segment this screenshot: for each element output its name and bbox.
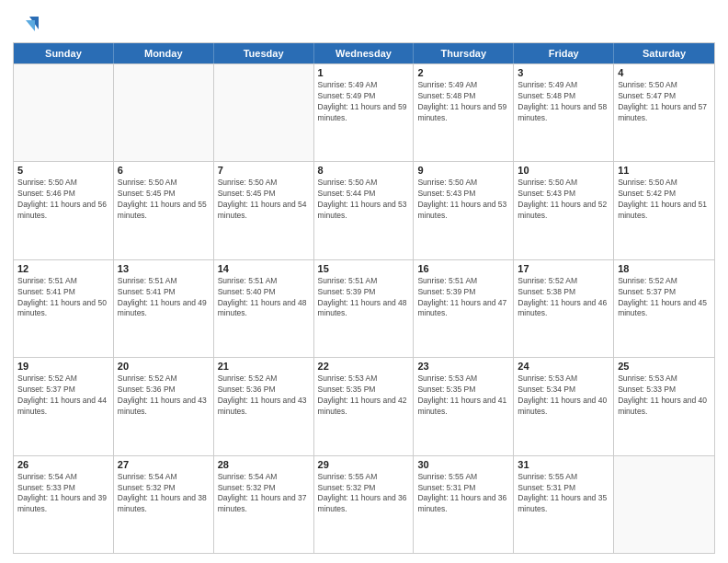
calendar-cell-3-6: 17Sunrise: 5:52 AMSunset: 5:38 PMDayligh… (514, 260, 614, 357)
calendar-cell-1-4: 1Sunrise: 5:49 AMSunset: 5:49 PMDaylight… (314, 64, 415, 161)
cell-info-20: Sunrise: 5:52 AMSunset: 5:36 PMDaylight:… (118, 373, 210, 418)
cell-date-19: 19 (17, 361, 109, 372)
cell-date-18: 18 (618, 263, 711, 274)
header-cell-saturday: Saturday (614, 43, 714, 63)
cell-date-29: 29 (318, 459, 410, 470)
cell-info-15: Sunrise: 5:51 AMSunset: 5:39 PMDaylight:… (318, 276, 410, 320)
header-cell-thursday: Thursday (414, 43, 514, 63)
cell-info-6: Sunrise: 5:50 AMSunset: 5:45 PMDaylight:… (118, 178, 210, 222)
cell-info-30: Sunrise: 5:55 AMSunset: 5:31 PMDaylight:… (417, 472, 509, 516)
svg-marker-1 (26, 20, 35, 31)
cell-date-7: 7 (218, 165, 310, 176)
calendar-cell-5-4: 29Sunrise: 5:55 AMSunset: 5:32 PMDayligh… (314, 456, 415, 553)
cell-info-3: Sunrise: 5:49 AMSunset: 5:48 PMDaylight:… (518, 80, 609, 124)
cell-date-14: 14 (218, 263, 310, 274)
calendar-cell-3-1: 12Sunrise: 5:51 AMSunset: 5:41 PMDayligh… (14, 260, 114, 357)
logo (13, 13, 42, 39)
calendar-cell-2-7: 11Sunrise: 5:50 AMSunset: 5:42 PMDayligh… (614, 162, 714, 259)
calendar-cell-5-3: 28Sunrise: 5:54 AMSunset: 5:32 PMDayligh… (214, 456, 314, 553)
calendar-cell-5-6: 31Sunrise: 5:55 AMSunset: 5:31 PMDayligh… (514, 456, 614, 553)
cell-date-16: 16 (417, 263, 509, 274)
cell-info-14: Sunrise: 5:51 AMSunset: 5:40 PMDaylight:… (218, 276, 310, 320)
calendar-cell-2-1: 5Sunrise: 5:50 AMSunset: 5:46 PMDaylight… (14, 162, 114, 259)
header-cell-sunday: Sunday (14, 43, 114, 63)
cell-date-26: 26 (17, 459, 109, 470)
calendar-row-4: 19Sunrise: 5:52 AMSunset: 5:37 PMDayligh… (14, 357, 714, 454)
header-cell-tuesday: Tuesday (214, 43, 314, 63)
cell-info-18: Sunrise: 5:52 AMSunset: 5:37 PMDaylight:… (618, 276, 711, 320)
cell-date-31: 31 (518, 459, 609, 470)
logo-icon (13, 13, 39, 39)
cell-info-12: Sunrise: 5:51 AMSunset: 5:41 PMDaylight:… (17, 276, 109, 320)
calendar-cell-2-5: 9Sunrise: 5:50 AMSunset: 5:43 PMDaylight… (414, 162, 514, 259)
cell-date-13: 13 (118, 263, 210, 274)
calendar-row-3: 12Sunrise: 5:51 AMSunset: 5:41 PMDayligh… (14, 259, 714, 357)
cell-date-17: 17 (518, 263, 609, 274)
calendar-cell-1-5: 2Sunrise: 5:49 AMSunset: 5:48 PMDaylight… (414, 64, 514, 161)
cell-date-9: 9 (417, 165, 509, 176)
cell-info-27: Sunrise: 5:54 AMSunset: 5:32 PMDaylight:… (118, 472, 210, 516)
cell-date-1: 1 (318, 67, 410, 78)
cell-info-24: Sunrise: 5:53 AMSunset: 5:34 PMDaylight:… (518, 373, 609, 418)
cell-info-26: Sunrise: 5:54 AMSunset: 5:33 PMDaylight:… (17, 472, 109, 516)
calendar-cell-1-6: 3Sunrise: 5:49 AMSunset: 5:48 PMDaylight… (514, 64, 614, 161)
calendar-cell-5-2: 27Sunrise: 5:54 AMSunset: 5:32 PMDayligh… (114, 456, 214, 553)
calendar-cell-3-2: 13Sunrise: 5:51 AMSunset: 5:41 PMDayligh… (114, 260, 214, 357)
cell-date-25: 25 (618, 361, 711, 372)
cell-info-1: Sunrise: 5:49 AMSunset: 5:49 PMDaylight:… (318, 80, 410, 124)
cell-date-2: 2 (417, 67, 509, 78)
cell-date-8: 8 (318, 165, 410, 176)
calendar-cell-2-2: 6Sunrise: 5:50 AMSunset: 5:45 PMDaylight… (114, 162, 214, 259)
calendar-row-5: 26Sunrise: 5:54 AMSunset: 5:33 PMDayligh… (14, 455, 714, 553)
cell-info-13: Sunrise: 5:51 AMSunset: 5:41 PMDaylight:… (118, 276, 210, 320)
header-cell-monday: Monday (114, 43, 214, 63)
cell-date-5: 5 (17, 165, 109, 176)
cell-info-4: Sunrise: 5:50 AMSunset: 5:47 PMDaylight:… (618, 80, 711, 124)
cell-date-11: 11 (618, 165, 711, 176)
cell-date-12: 12 (17, 263, 109, 274)
cell-info-10: Sunrise: 5:50 AMSunset: 5:43 PMDaylight:… (518, 178, 609, 222)
calendar-cell-1-2 (114, 64, 214, 161)
cell-date-3: 3 (518, 67, 609, 78)
calendar-header: SundayMondayTuesdayWednesdayThursdayFrid… (14, 43, 714, 63)
cell-info-28: Sunrise: 5:54 AMSunset: 5:32 PMDaylight:… (218, 472, 310, 516)
calendar-cell-5-5: 30Sunrise: 5:55 AMSunset: 5:31 PMDayligh… (414, 456, 514, 553)
calendar-cell-4-2: 20Sunrise: 5:52 AMSunset: 5:36 PMDayligh… (114, 358, 214, 454)
cell-info-5: Sunrise: 5:50 AMSunset: 5:46 PMDaylight:… (17, 178, 109, 222)
calendar-cell-4-1: 19Sunrise: 5:52 AMSunset: 5:37 PMDayligh… (14, 358, 114, 454)
calendar-cell-1-7: 4Sunrise: 5:50 AMSunset: 5:47 PMDaylight… (614, 64, 714, 161)
cell-info-16: Sunrise: 5:51 AMSunset: 5:39 PMDaylight:… (417, 276, 509, 320)
calendar-row-2: 5Sunrise: 5:50 AMSunset: 5:46 PMDaylight… (14, 161, 714, 259)
calendar-cell-1-3 (214, 64, 314, 161)
cell-info-11: Sunrise: 5:50 AMSunset: 5:42 PMDaylight:… (618, 178, 711, 222)
cell-info-25: Sunrise: 5:53 AMSunset: 5:33 PMDaylight:… (618, 373, 711, 418)
calendar-cell-4-3: 21Sunrise: 5:52 AMSunset: 5:36 PMDayligh… (214, 358, 314, 454)
calendar-row-1: 1Sunrise: 5:49 AMSunset: 5:49 PMDaylight… (14, 63, 714, 161)
cell-date-30: 30 (417, 459, 509, 470)
header-cell-friday: Friday (514, 43, 614, 63)
calendar-cell-4-4: 22Sunrise: 5:53 AMSunset: 5:35 PMDayligh… (314, 358, 415, 454)
cell-info-17: Sunrise: 5:52 AMSunset: 5:38 PMDaylight:… (518, 276, 609, 320)
cell-date-27: 27 (118, 459, 210, 470)
cell-info-19: Sunrise: 5:52 AMSunset: 5:37 PMDaylight:… (17, 373, 109, 418)
calendar-cell-4-7: 25Sunrise: 5:53 AMSunset: 5:33 PMDayligh… (614, 358, 714, 454)
calendar-cell-2-3: 7Sunrise: 5:50 AMSunset: 5:45 PMDaylight… (214, 162, 314, 259)
cell-info-9: Sunrise: 5:50 AMSunset: 5:43 PMDaylight:… (417, 178, 509, 222)
calendar-cell-5-7 (614, 456, 714, 553)
cell-date-6: 6 (118, 165, 210, 176)
calendar-cell-4-5: 23Sunrise: 5:53 AMSunset: 5:35 PMDayligh… (414, 358, 514, 454)
cell-date-10: 10 (518, 165, 609, 176)
cell-info-29: Sunrise: 5:55 AMSunset: 5:32 PMDaylight:… (318, 472, 410, 516)
cell-info-7: Sunrise: 5:50 AMSunset: 5:45 PMDaylight:… (218, 178, 310, 222)
cell-date-23: 23 (417, 361, 509, 372)
calendar-cell-3-5: 16Sunrise: 5:51 AMSunset: 5:39 PMDayligh… (414, 260, 514, 357)
calendar: SundayMondayTuesdayWednesdayThursdayFrid… (13, 42, 715, 554)
calendar-cell-2-4: 8Sunrise: 5:50 AMSunset: 5:44 PMDaylight… (314, 162, 415, 259)
cell-info-2: Sunrise: 5:49 AMSunset: 5:48 PMDaylight:… (417, 80, 509, 124)
cell-info-23: Sunrise: 5:53 AMSunset: 5:35 PMDaylight:… (417, 373, 509, 418)
calendar-cell-5-1: 26Sunrise: 5:54 AMSunset: 5:33 PMDayligh… (14, 456, 114, 553)
calendar-cell-1-1 (14, 64, 114, 161)
header-cell-wednesday: Wednesday (314, 43, 415, 63)
calendar-body: 1Sunrise: 5:49 AMSunset: 5:49 PMDaylight… (14, 63, 714, 553)
calendar-cell-3-4: 15Sunrise: 5:51 AMSunset: 5:39 PMDayligh… (314, 260, 415, 357)
